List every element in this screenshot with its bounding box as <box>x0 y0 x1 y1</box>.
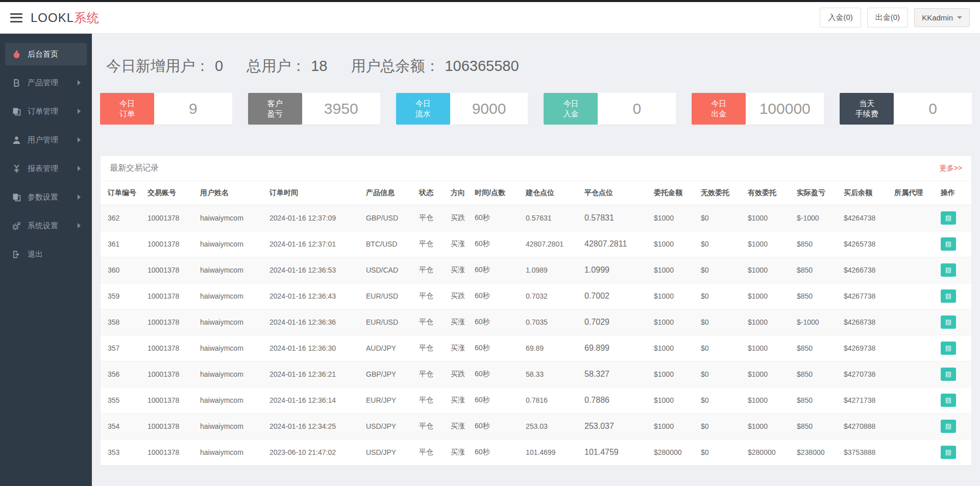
cell-agent <box>891 361 938 387</box>
column-header: 方向 <box>448 181 472 205</box>
row-detail-button[interactable]: ▤ <box>941 263 956 277</box>
row-detail-button[interactable]: ▤ <box>941 420 956 433</box>
cell-product: EUR/USD <box>363 309 416 335</box>
cell-account: 10001378 <box>144 257 197 283</box>
sidebar: 后台首页产品管理订单管理用户管理报表管理参数设置系统设置退出 <box>0 34 92 486</box>
cell-close_price: 101.4759 <box>581 440 651 466</box>
cell-balance: $4270888 <box>841 414 891 440</box>
table-icon: ▤ <box>945 396 951 404</box>
sidebar-item-1[interactable]: 产品管理 <box>5 71 87 94</box>
cell-valid: $1000 <box>745 231 794 257</box>
stat-card-value: 0 <box>598 93 676 125</box>
cell-order_no: 357 <box>101 335 144 361</box>
table-icon: ▤ <box>945 344 951 352</box>
cell-duration: 60秒 <box>472 205 523 231</box>
cell-direction: 买涨 <box>448 309 472 335</box>
sidebar-item-label: 参数设置 <box>28 192 58 202</box>
cell-username: haiwaiymcom <box>197 257 266 283</box>
cell-amount: $1000 <box>651 257 698 283</box>
cell-invalid: $0 <box>698 283 745 309</box>
cell-account: 10001378 <box>144 387 197 414</box>
cell-profit: $-1000 <box>794 309 841 335</box>
withdraw-button[interactable]: 出金(0) <box>867 8 908 28</box>
row-detail-button[interactable]: ▤ <box>941 289 956 303</box>
row-detail-button[interactable]: ▤ <box>941 342 956 355</box>
cell-amount: $1000 <box>651 309 698 335</box>
cell-account: 10001378 <box>144 414 197 440</box>
cell-username: haiwaiymcom <box>197 283 266 309</box>
cell-product: AUD/JPY <box>363 335 416 361</box>
dashboard-icon <box>11 49 21 59</box>
stat-card-value: 9 <box>154 93 232 125</box>
table-icon: ▤ <box>945 292 951 300</box>
row-detail-button[interactable]: ▤ <box>941 211 956 225</box>
trades-table: 订单编号交易账号用户姓名订单时间产品信息状态方向时间/点数建仓点位平仓点位委托金… <box>101 181 971 466</box>
cell-time: 2024-01-16 12:36:30 <box>266 335 363 361</box>
cell-account: 10001378 <box>144 205 197 231</box>
table-icon: ▤ <box>945 370 951 378</box>
cell-direction: 买跌 <box>448 361 472 387</box>
row-detail-button[interactable]: ▤ <box>941 394 956 407</box>
cell-direction: 买涨 <box>448 231 472 257</box>
cell-open_price: 69.89 <box>523 335 581 361</box>
hamburger-menu-icon[interactable] <box>10 13 22 22</box>
cell-balance: $4269738 <box>841 335 891 361</box>
row-detail-button[interactable]: ▤ <box>941 368 956 381</box>
column-header: 建仓点位 <box>523 181 581 205</box>
cell-valid: $1000 <box>745 283 794 309</box>
cell-duration: 60秒 <box>472 387 523 414</box>
stat-card-label: 当天手续费 <box>840 93 894 125</box>
row-detail-button[interactable]: ▤ <box>941 446 956 459</box>
cell-actions: ▤ <box>938 361 971 387</box>
cell-valid: $1000 <box>745 335 794 361</box>
cell-direction: 买涨 <box>448 387 472 414</box>
cell-valid: $1000 <box>745 205 794 231</box>
cell-actions: ▤ <box>938 335 971 361</box>
cell-close_price: 0.57831 <box>581 205 651 231</box>
cell-close_price: 0.7886 <box>581 387 651 414</box>
cell-balance: $4266738 <box>841 257 891 283</box>
deposit-button[interactable]: 入金(0) <box>820 8 861 28</box>
stat-card-5: 当天手续费0 <box>840 93 972 125</box>
main-content: 今日新增用户：0 总用户：18 用户总余额：106365580 今日订单9客户盈… <box>92 34 980 486</box>
cell-product: GBP/JPY <box>363 361 416 387</box>
chevron-right-icon <box>78 223 81 228</box>
sidebar-item-label: 退出 <box>28 250 43 259</box>
user-menu-button[interactable]: KKadmin <box>914 8 970 27</box>
sidebar-item-5[interactable]: 参数设置 <box>5 186 87 208</box>
cell-invalid: $0 <box>698 309 745 335</box>
new-users-value: 0 <box>215 58 223 75</box>
cell-open_price: 58.33 <box>523 361 581 387</box>
sidebar-item-3[interactable]: 用户管理 <box>5 129 87 151</box>
sidebar-item-2[interactable]: 订单管理 <box>5 100 87 123</box>
sidebar-item-4[interactable]: 报表管理 <box>5 157 87 180</box>
table-row: 35710001378haiwaiymcom2024-01-16 12:36:3… <box>101 335 971 361</box>
total-users-value: 18 <box>311 58 327 75</box>
cell-actions: ▤ <box>938 440 971 466</box>
stat-card-label: 客户盈亏 <box>248 93 302 125</box>
topbar: LOOKL系统 入金(0) 出金(0) KKadmin <box>0 2 980 34</box>
more-link[interactable]: 更多>> <box>940 164 962 173</box>
stat-card-value: 9000 <box>450 93 528 125</box>
cell-open_price: 253.03 <box>523 414 581 440</box>
cell-agent <box>891 309 938 335</box>
cell-account: 10001378 <box>144 335 197 361</box>
cell-invalid: $0 <box>698 257 745 283</box>
sidebar-item-6[interactable]: 系统设置 <box>5 214 87 237</box>
cell-time: 2024-01-16 12:34:25 <box>266 414 363 440</box>
cell-profit: $850 <box>794 335 841 361</box>
row-detail-button[interactable]: ▤ <box>941 315 956 329</box>
user-menu-label: KKadmin <box>922 13 953 22</box>
table-row: 35910001378haiwaiymcom2024-01-16 12:36:4… <box>101 283 971 309</box>
sidebar-item-7[interactable]: 退出 <box>5 243 87 265</box>
cell-open_price: 0.7816 <box>523 387 581 414</box>
cell-status: 平仓 <box>416 361 448 387</box>
stat-card-value: 3950 <box>302 93 380 125</box>
row-detail-button[interactable]: ▤ <box>941 237 956 251</box>
cell-username: haiwaiymcom <box>197 414 266 440</box>
cell-open_price: 42807.2801 <box>523 231 581 257</box>
sidebar-item-0[interactable]: 后台首页 <box>5 43 87 65</box>
cell-actions: ▤ <box>938 205 971 231</box>
table-row: 35510001378haiwaiymcom2024-01-16 12:36:1… <box>101 387 971 414</box>
cell-account: 10001378 <box>144 309 197 335</box>
